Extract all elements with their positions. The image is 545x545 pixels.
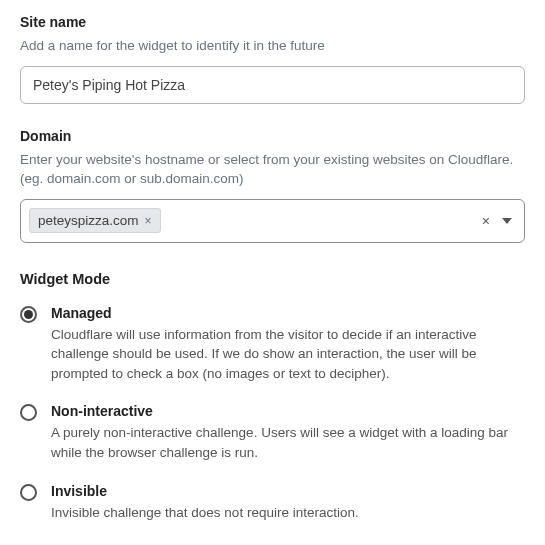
radio-description: Cloudflare will use information from the…	[51, 325, 525, 384]
radio-button[interactable]	[20, 306, 37, 323]
radio-button[interactable]	[20, 404, 37, 421]
radio-description: Invisible challenge that does not requir…	[51, 503, 525, 523]
site-name-input[interactable]	[20, 66, 525, 104]
radio-description: A purely non-interactive challenge. User…	[51, 423, 525, 462]
radio-button[interactable]	[20, 484, 37, 501]
radio-label: Managed	[51, 305, 525, 321]
domain-help: Enter your website's hostname or select …	[20, 150, 525, 189]
widget-mode-title: Widget Mode	[20, 271, 525, 287]
radio-option-managed[interactable]: Managed Cloudflare will use information …	[20, 305, 525, 384]
site-name-help: Add a name for the widget to identify it…	[20, 36, 525, 56]
domain-chip-text: peteyspizza.com	[38, 213, 139, 228]
chevron-down-icon[interactable]	[502, 218, 512, 224]
clear-all-icon[interactable]: ×	[482, 213, 490, 229]
widget-mode-radio-group: Managed Cloudflare will use information …	[20, 305, 525, 522]
radio-label: Invisible	[51, 483, 525, 499]
radio-option-noninteractive[interactable]: Non-interactive A purely non-interactive…	[20, 403, 525, 462]
radio-label: Non-interactive	[51, 403, 525, 419]
domain-chip: peteyspizza.com ×	[29, 208, 161, 233]
radio-option-invisible[interactable]: Invisible Invisible challenge that does …	[20, 483, 525, 523]
chip-remove-icon[interactable]: ×	[145, 214, 152, 228]
domain-label: Domain	[20, 128, 525, 144]
site-name-label: Site name	[20, 14, 525, 30]
domain-select[interactable]: peteyspizza.com × ×	[20, 199, 525, 243]
